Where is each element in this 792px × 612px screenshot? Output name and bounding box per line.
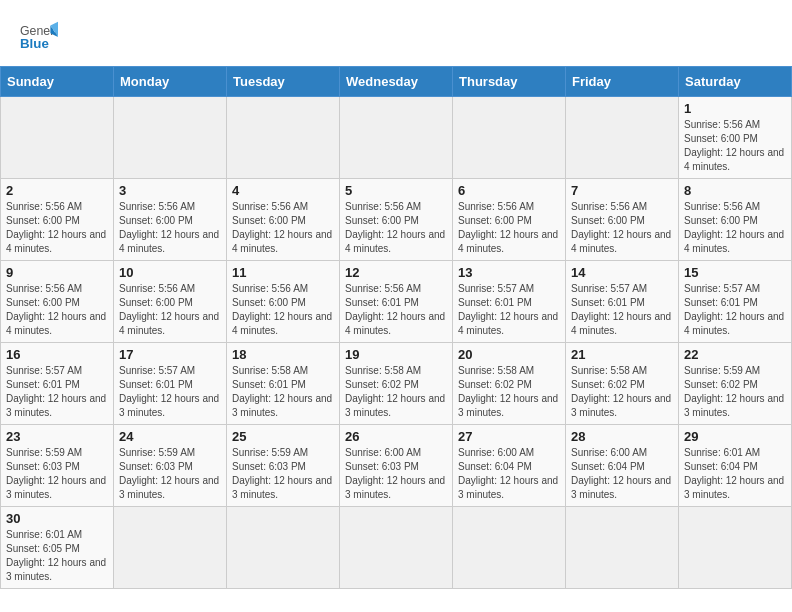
day-info: Sunrise: 5:56 AMSunset: 6:00 PMDaylight:… xyxy=(345,200,447,256)
page-header: General Blue xyxy=(0,0,792,66)
svg-text:Blue: Blue xyxy=(20,36,49,51)
logo: General Blue xyxy=(20,18,58,56)
col-header-wednesday: Wednesday xyxy=(340,67,453,97)
day-cell: 11Sunrise: 5:56 AMSunset: 6:00 PMDayligh… xyxy=(227,261,340,343)
col-header-monday: Monday xyxy=(114,67,227,97)
day-number: 23 xyxy=(6,429,108,444)
day-info: Sunrise: 5:57 AMSunset: 6:01 PMDaylight:… xyxy=(119,364,221,420)
day-number: 9 xyxy=(6,265,108,280)
day-cell: 24Sunrise: 5:59 AMSunset: 6:03 PMDayligh… xyxy=(114,425,227,507)
day-cell: 10Sunrise: 5:56 AMSunset: 6:00 PMDayligh… xyxy=(114,261,227,343)
day-number: 29 xyxy=(684,429,786,444)
day-info: Sunrise: 5:56 AMSunset: 6:00 PMDaylight:… xyxy=(232,200,334,256)
day-info: Sunrise: 5:58 AMSunset: 6:02 PMDaylight:… xyxy=(345,364,447,420)
day-number: 17 xyxy=(119,347,221,362)
day-cell xyxy=(1,97,114,179)
day-cell: 14Sunrise: 5:57 AMSunset: 6:01 PMDayligh… xyxy=(566,261,679,343)
day-info: Sunrise: 5:56 AMSunset: 6:00 PMDaylight:… xyxy=(119,200,221,256)
day-cell: 28Sunrise: 6:00 AMSunset: 6:04 PMDayligh… xyxy=(566,425,679,507)
day-info: Sunrise: 6:01 AMSunset: 6:05 PMDaylight:… xyxy=(6,528,108,584)
col-header-tuesday: Tuesday xyxy=(227,67,340,97)
week-row-0: 1Sunrise: 5:56 AMSunset: 6:00 PMDaylight… xyxy=(1,97,792,179)
day-info: Sunrise: 5:57 AMSunset: 6:01 PMDaylight:… xyxy=(684,282,786,338)
day-cell: 22Sunrise: 5:59 AMSunset: 6:02 PMDayligh… xyxy=(679,343,792,425)
day-info: Sunrise: 5:56 AMSunset: 6:00 PMDaylight:… xyxy=(571,200,673,256)
day-info: Sunrise: 5:59 AMSunset: 6:03 PMDaylight:… xyxy=(232,446,334,502)
day-cell: 9Sunrise: 5:56 AMSunset: 6:00 PMDaylight… xyxy=(1,261,114,343)
calendar-body: 1Sunrise: 5:56 AMSunset: 6:00 PMDaylight… xyxy=(1,97,792,589)
day-cell: 5Sunrise: 5:56 AMSunset: 6:00 PMDaylight… xyxy=(340,179,453,261)
day-cell xyxy=(566,507,679,589)
day-info: Sunrise: 5:57 AMSunset: 6:01 PMDaylight:… xyxy=(6,364,108,420)
day-number: 13 xyxy=(458,265,560,280)
day-cell xyxy=(453,507,566,589)
header-row: SundayMondayTuesdayWednesdayThursdayFrid… xyxy=(1,67,792,97)
day-cell xyxy=(114,97,227,179)
day-info: Sunrise: 5:58 AMSunset: 6:02 PMDaylight:… xyxy=(458,364,560,420)
day-number: 5 xyxy=(345,183,447,198)
day-number: 8 xyxy=(684,183,786,198)
day-cell: 15Sunrise: 5:57 AMSunset: 6:01 PMDayligh… xyxy=(679,261,792,343)
day-number: 7 xyxy=(571,183,673,198)
day-info: Sunrise: 5:59 AMSunset: 6:03 PMDaylight:… xyxy=(119,446,221,502)
day-info: Sunrise: 6:01 AMSunset: 6:04 PMDaylight:… xyxy=(684,446,786,502)
week-row-4: 23Sunrise: 5:59 AMSunset: 6:03 PMDayligh… xyxy=(1,425,792,507)
day-cell: 18Sunrise: 5:58 AMSunset: 6:01 PMDayligh… xyxy=(227,343,340,425)
week-row-2: 9Sunrise: 5:56 AMSunset: 6:00 PMDaylight… xyxy=(1,261,792,343)
day-info: Sunrise: 5:56 AMSunset: 6:00 PMDaylight:… xyxy=(6,200,108,256)
day-cell: 16Sunrise: 5:57 AMSunset: 6:01 PMDayligh… xyxy=(1,343,114,425)
day-number: 4 xyxy=(232,183,334,198)
day-info: Sunrise: 5:57 AMSunset: 6:01 PMDaylight:… xyxy=(458,282,560,338)
day-info: Sunrise: 6:00 AMSunset: 6:03 PMDaylight:… xyxy=(345,446,447,502)
day-cell: 26Sunrise: 6:00 AMSunset: 6:03 PMDayligh… xyxy=(340,425,453,507)
day-cell xyxy=(453,97,566,179)
col-header-friday: Friday xyxy=(566,67,679,97)
day-cell: 20Sunrise: 5:58 AMSunset: 6:02 PMDayligh… xyxy=(453,343,566,425)
col-header-saturday: Saturday xyxy=(679,67,792,97)
day-number: 26 xyxy=(345,429,447,444)
col-header-thursday: Thursday xyxy=(453,67,566,97)
day-info: Sunrise: 5:59 AMSunset: 6:03 PMDaylight:… xyxy=(6,446,108,502)
day-info: Sunrise: 6:00 AMSunset: 6:04 PMDaylight:… xyxy=(458,446,560,502)
day-cell: 17Sunrise: 5:57 AMSunset: 6:01 PMDayligh… xyxy=(114,343,227,425)
day-cell: 7Sunrise: 5:56 AMSunset: 6:00 PMDaylight… xyxy=(566,179,679,261)
day-number: 18 xyxy=(232,347,334,362)
day-number: 1 xyxy=(684,101,786,116)
day-info: Sunrise: 5:58 AMSunset: 6:02 PMDaylight:… xyxy=(571,364,673,420)
day-number: 25 xyxy=(232,429,334,444)
day-cell: 2Sunrise: 5:56 AMSunset: 6:00 PMDaylight… xyxy=(1,179,114,261)
day-cell: 8Sunrise: 5:56 AMSunset: 6:00 PMDaylight… xyxy=(679,179,792,261)
day-cell: 6Sunrise: 5:56 AMSunset: 6:00 PMDaylight… xyxy=(453,179,566,261)
day-info: Sunrise: 5:56 AMSunset: 6:00 PMDaylight:… xyxy=(684,118,786,174)
day-info: Sunrise: 5:56 AMSunset: 6:00 PMDaylight:… xyxy=(684,200,786,256)
week-row-1: 2Sunrise: 5:56 AMSunset: 6:00 PMDaylight… xyxy=(1,179,792,261)
day-cell: 30Sunrise: 6:01 AMSunset: 6:05 PMDayligh… xyxy=(1,507,114,589)
day-cell: 27Sunrise: 6:00 AMSunset: 6:04 PMDayligh… xyxy=(453,425,566,507)
day-number: 3 xyxy=(119,183,221,198)
calendar-table: SundayMondayTuesdayWednesdayThursdayFrid… xyxy=(0,66,792,589)
day-cell: 3Sunrise: 5:56 AMSunset: 6:00 PMDaylight… xyxy=(114,179,227,261)
day-number: 14 xyxy=(571,265,673,280)
day-info: Sunrise: 5:56 AMSunset: 6:00 PMDaylight:… xyxy=(6,282,108,338)
day-cell: 4Sunrise: 5:56 AMSunset: 6:00 PMDaylight… xyxy=(227,179,340,261)
day-cell: 25Sunrise: 5:59 AMSunset: 6:03 PMDayligh… xyxy=(227,425,340,507)
day-cell: 19Sunrise: 5:58 AMSunset: 6:02 PMDayligh… xyxy=(340,343,453,425)
day-number: 27 xyxy=(458,429,560,444)
day-number: 21 xyxy=(571,347,673,362)
day-number: 24 xyxy=(119,429,221,444)
day-number: 20 xyxy=(458,347,560,362)
week-row-5: 30Sunrise: 6:01 AMSunset: 6:05 PMDayligh… xyxy=(1,507,792,589)
day-cell xyxy=(114,507,227,589)
day-cell xyxy=(679,507,792,589)
day-cell: 23Sunrise: 5:59 AMSunset: 6:03 PMDayligh… xyxy=(1,425,114,507)
week-row-3: 16Sunrise: 5:57 AMSunset: 6:01 PMDayligh… xyxy=(1,343,792,425)
day-info: Sunrise: 5:56 AMSunset: 6:01 PMDaylight:… xyxy=(345,282,447,338)
day-cell: 12Sunrise: 5:56 AMSunset: 6:01 PMDayligh… xyxy=(340,261,453,343)
day-number: 28 xyxy=(571,429,673,444)
day-number: 30 xyxy=(6,511,108,526)
day-info: Sunrise: 6:00 AMSunset: 6:04 PMDaylight:… xyxy=(571,446,673,502)
day-number: 6 xyxy=(458,183,560,198)
col-header-sunday: Sunday xyxy=(1,67,114,97)
day-cell xyxy=(227,507,340,589)
day-cell: 29Sunrise: 6:01 AMSunset: 6:04 PMDayligh… xyxy=(679,425,792,507)
